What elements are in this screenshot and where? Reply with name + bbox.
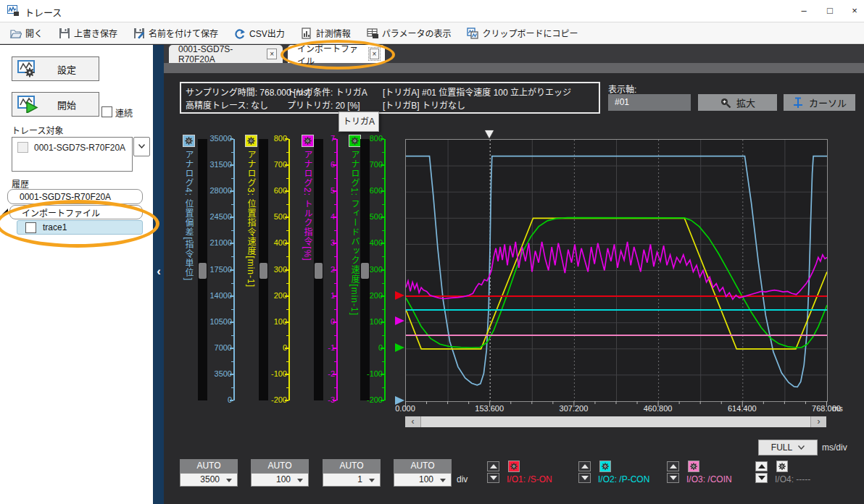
save-icon	[59, 28, 70, 39]
history-item-device[interactable]: 0001-SGD7S-R70F20A	[7, 189, 143, 204]
continuous-checkbox[interactable]	[101, 106, 112, 117]
save-button[interactable]: 上書き保存	[59, 27, 117, 39]
msdiv-label: ms/div	[822, 442, 847, 453]
analog-axis-4-gear-icon[interactable]	[183, 135, 195, 147]
pre-trigger: プリトリガ: 20 [%]	[287, 98, 360, 111]
trace1-checkbox[interactable]	[25, 222, 36, 233]
analog-axis-4-label: アナログ4: 位置偏差[指令単位]	[182, 150, 195, 399]
trace-target-item[interactable]: 0001-SGD7S-R70F20A	[12, 138, 132, 153]
io4-up-icon[interactable]	[755, 461, 768, 471]
chevron-down-icon	[226, 479, 232, 482]
zoom-button[interactable]: 拡大	[698, 94, 777, 111]
trace-curves	[406, 140, 827, 401]
x-axis-unit: ms	[832, 404, 843, 413]
continuous-label: 連続	[115, 106, 133, 119]
trigger-position-marker[interactable]	[485, 130, 494, 138]
parameter-display-button[interactable]: パラメータの表示	[367, 27, 452, 39]
scale-select-analog2[interactable]: 1	[323, 473, 381, 487]
scale-select-analog3[interactable]: 100	[251, 473, 309, 487]
minimize-button[interactable]: –	[794, 4, 813, 18]
app-icon	[7, 5, 20, 17]
trace-plot[interactable]	[405, 139, 828, 402]
trace-target-dropdown-button[interactable]	[133, 137, 150, 156]
csv-export-icon	[234, 28, 246, 39]
analog-axis-2-line	[336, 139, 338, 400]
io2-up-icon[interactable]	[578, 461, 591, 471]
zero-marker-3[interactable]	[395, 396, 404, 405]
scale-select-analog1[interactable]: 100	[394, 473, 452, 487]
io3-label: I/O3: /COIN	[686, 474, 732, 484]
trigger-a-setting: [トリガA] #01 位置指令速度 100 立上がりエッジ	[383, 85, 571, 98]
tree-expander-icon[interactable]	[2, 209, 8, 214]
csv-export-button[interactable]: CSV出力	[234, 27, 285, 39]
io4-gear-icon[interactable]	[776, 461, 788, 472]
history-item-trace1[interactable]: trace1	[17, 220, 143, 235]
time-scrollbar[interactable]: ‹ ›	[405, 416, 826, 427]
auto-button-analog3[interactable]: AUTO	[251, 459, 309, 473]
io3-up-icon[interactable]	[667, 461, 679, 471]
measurement-info-button[interactable]: 計測情報	[301, 27, 351, 39]
tab-import-close-icon[interactable]: ×	[370, 49, 379, 59]
chevron-down-icon	[297, 479, 303, 482]
timebase-dropdown[interactable]: FULL	[758, 440, 818, 455]
auto-button-analog2[interactable]: AUTO	[323, 459, 381, 473]
high-precision: 高精度トレース: なし	[186, 98, 268, 111]
analog-axis-1-tick: 700	[362, 160, 383, 169]
copy-to-clipboard-button[interactable]: クリップボードにコピー	[467, 27, 578, 39]
analog-axis-3-tick: 400	[267, 238, 287, 247]
cursor-button[interactable]: カーソル	[784, 94, 855, 111]
io1-up-icon[interactable]	[487, 461, 499, 471]
cursor-crosshair-icon	[792, 97, 804, 109]
scale-select-analog4[interactable]: 3500	[180, 473, 238, 487]
analog-axis-3-gear-icon[interactable]	[245, 135, 257, 147]
tab-device-close-icon[interactable]: ×	[267, 49, 277, 59]
start-button[interactable]: 開始	[12, 92, 99, 117]
collapse-chevron-icon[interactable]: ‹	[154, 264, 164, 279]
analog-axis-1-line	[384, 139, 386, 400]
io1-gear-icon[interactable]	[508, 461, 520, 472]
analog-axis-3-tick: 0	[267, 343, 287, 352]
io2-gear-icon[interactable]	[599, 461, 611, 472]
open-button[interactable]: 開く	[10, 27, 43, 39]
zero-marker-0[interactable]	[395, 291, 404, 300]
io1-down-icon[interactable]	[487, 473, 499, 483]
save-as-button[interactable]: 名前を付けて保存	[133, 27, 218, 39]
analog-axis-3-tick: 500	[267, 212, 287, 221]
trigger-b-setting: [トリガB] トリガなし	[383, 98, 465, 111]
io2-down-icon[interactable]	[578, 473, 591, 483]
x-tick-label: 460.800	[644, 404, 673, 413]
magnifier-plus-icon	[720, 97, 731, 109]
open-folder-icon	[10, 28, 22, 39]
analog-axis-4-tick: 17500	[206, 265, 232, 274]
zero-marker-1[interactable]	[395, 316, 404, 325]
analog-axis-1-tick: -200	[362, 395, 383, 404]
auto-button-analog4[interactable]: AUTO	[180, 459, 238, 473]
analog-axis-3-tick: -100	[267, 369, 287, 378]
chevron-down-icon	[369, 479, 375, 482]
tab-import-file[interactable]: インポートファイル ×	[288, 45, 385, 63]
scroll-right-icon[interactable]: ›	[811, 416, 826, 427]
analog-axis-1-gear-icon[interactable]	[349, 135, 361, 147]
close-button[interactable]: ×	[845, 4, 864, 18]
io3-down-icon[interactable]	[667, 473, 679, 483]
toolbar: 開く 上書き保存 名前を付けて保存 CSV出力	[0, 22, 864, 44]
auto-button-analog1[interactable]: AUTO	[394, 459, 452, 473]
scroll-left-icon[interactable]: ‹	[405, 416, 420, 427]
trace-target-checkbox[interactable]	[17, 142, 28, 153]
analog-axis-2-gear-icon[interactable]	[302, 135, 314, 147]
analog-axis-4-tick: 28000	[206, 186, 232, 195]
display-axis-field[interactable]: #01	[608, 94, 691, 111]
settings-button[interactable]: 設定	[12, 56, 99, 81]
history-item-import-file[interactable]: インポートファイル	[9, 205, 143, 219]
analog-axis-4-tick: 14000	[206, 291, 232, 300]
io3-gear-icon[interactable]	[688, 461, 699, 472]
x-axis-ticks	[405, 401, 827, 408]
scrollbar-thumb[interactable]	[420, 416, 811, 427]
io4-down-icon[interactable]	[755, 473, 768, 483]
trace-target-listbox[interactable]: 0001-SGD7S-R70F20A	[12, 137, 133, 172]
tab-device[interactable]: 0001-SGD7S-R70F20A ×	[169, 45, 283, 63]
zero-marker-2[interactable]	[395, 343, 404, 352]
maximize-button[interactable]: □	[821, 4, 839, 18]
analog-axis-1-tick: 200	[362, 291, 383, 300]
analog-axis-4-tick: 0	[206, 395, 232, 404]
